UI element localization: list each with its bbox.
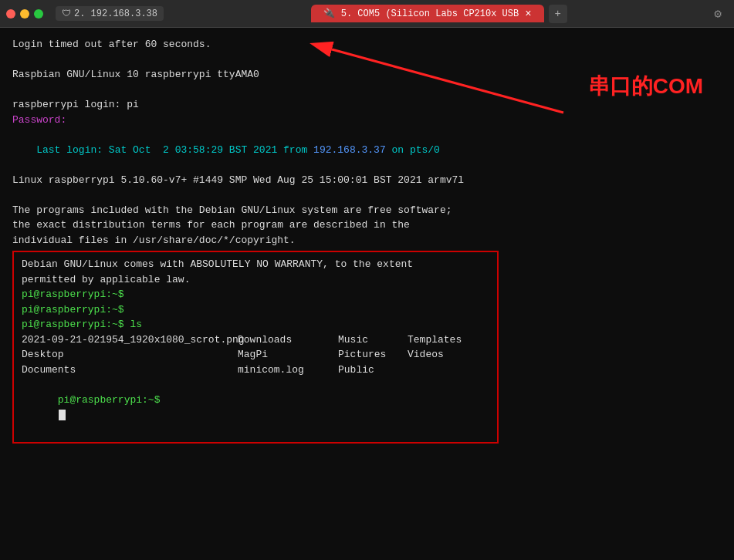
terminal-line: permitted by applicable law.	[22, 272, 489, 288]
terminal: Login timed out after 60 seconds. Raspbi…	[0, 28, 734, 560]
tab-close-button[interactable]: ×	[525, 8, 531, 19]
lastlogin-suffix: on pts/0	[386, 144, 440, 156]
terminal-line: Raspbian GNU/Linux 10 raspberrypi ttyAMA…	[12, 67, 722, 83]
terminal-line: Linux raspberrypi 5.10.60-v7+ #1449 SMP …	[12, 173, 722, 188]
terminal-line: Debian GNU/Linux comes with ABSOLUTELY N…	[22, 257, 489, 272]
ip-badge: 🛡 2. 192.168.3.38	[56, 6, 164, 21]
new-tab-button[interactable]: +	[549, 5, 567, 23]
lastlogin-text: Last login: Sat Oct 2 03:58:29 BST 2021 …	[36, 144, 313, 156]
ls-cell: Pictures	[338, 347, 408, 363]
ip-label: 2. 192.168.3.38	[74, 8, 157, 19]
terminal-line: Login timed out after 60 seconds.	[12, 37, 722, 52]
shield-icon: 🛡	[62, 8, 71, 19]
terminal-final-prompt: pi@raspberrypi:~$	[22, 377, 489, 437]
ls-cell: Downloads	[238, 332, 338, 348]
terminal-line	[12, 52, 722, 68]
ls-cell	[408, 363, 485, 378]
terminal-line: Last login: Sat Oct 2 03:58:29 BST 2021 …	[12, 127, 722, 173]
terminal-line: the exact distribution terms for each pr…	[12, 218, 722, 233]
cursor	[59, 410, 66, 420]
terminal-prompt: pi@raspberrypi:~$	[22, 287, 489, 302]
ls-cell: Desktop	[22, 347, 238, 363]
ls-cell: Videos	[408, 347, 485, 363]
red-bordered-box: Debian GNU/Linux comes with ABSOLUTELY N…	[12, 251, 499, 444]
titlebar: 🛡 2. 192.168.3.38 🔌 5. COM5 (Silicon Lab…	[0, 0, 734, 28]
terminal-prompt-ls: pi@raspberrypi:~$ ls	[22, 317, 489, 332]
ls-cell: Music	[338, 332, 408, 348]
terminal-line: Password:	[12, 113, 722, 128]
final-prompt-text: pi@raspberrypi:~$	[58, 394, 161, 406]
minimize-button[interactable]	[20, 9, 29, 19]
ls-cell: Documents	[22, 363, 238, 378]
titlebar-left: 🛡 2. 192.168.3.38	[6, 6, 164, 21]
serial-icon: 🔌	[323, 8, 335, 19]
terminal-prompt: pi@raspberrypi:~$	[22, 302, 489, 318]
maximize-button[interactable]	[34, 9, 43, 19]
ls-cell: 2021-09-21-021954_1920x1080_scrot.png	[22, 332, 238, 348]
close-button[interactable]	[6, 9, 15, 19]
terminal-line: raspberrypi login: pi	[12, 97, 722, 113]
tabs-area: 🔌 5. COM5 (Silicon Labs CP210x USB × +	[164, 5, 714, 23]
ip-link: 192.168.3.37	[313, 144, 386, 156]
ls-cell: MagPi	[238, 347, 338, 363]
settings-button[interactable]: ⚙	[714, 6, 728, 22]
terminal-line	[12, 83, 722, 98]
tab-label: 5. COM5 (Silicon Labs CP210x USB	[341, 8, 519, 19]
traffic-lights	[6, 9, 43, 19]
ls-cell: Templates	[408, 332, 485, 348]
active-tab[interactable]: 🔌 5. COM5 (Silicon Labs CP210x USB ×	[311, 5, 544, 22]
ls-output: 2021-09-21-021954_1920x1080_scrot.png Do…	[22, 332, 489, 378]
ls-cell: minicom.log	[238, 363, 338, 378]
terminal-line: The programs included with the Debian GN…	[12, 203, 722, 218]
terminal-line	[12, 187, 722, 203]
terminal-line: individual files in /usr/share/doc/*/cop…	[12, 233, 722, 248]
ls-cell: Public	[338, 363, 408, 378]
password-label: Password:	[12, 114, 66, 126]
